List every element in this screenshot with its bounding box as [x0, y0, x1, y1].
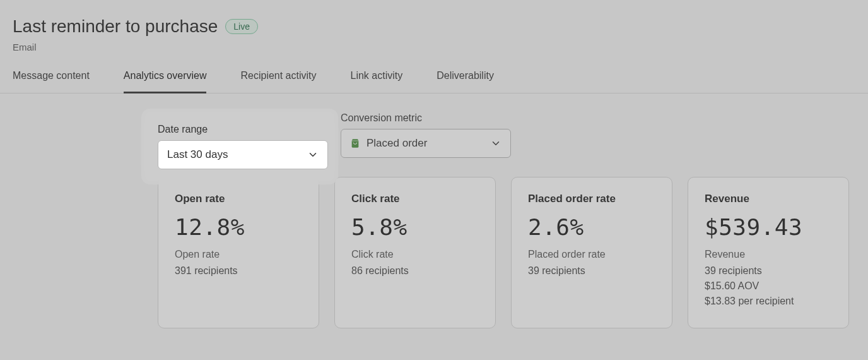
card-revenue: Revenue $539.43 Revenue 39 recipients $1… [688, 177, 849, 328]
card-line: 391 recipients [175, 265, 302, 277]
conversion-metric-value: Placed order [367, 137, 427, 150]
conversion-metric-label: Conversion metric [341, 112, 511, 124]
highlighted-filter: Date range Last 30 days [158, 124, 328, 169]
card-value: 5.8% [351, 214, 479, 240]
metric-cards: Open rate 12.8% Open rate 391 recipients… [0, 158, 868, 328]
card-sub: Placed order rate [528, 249, 655, 260]
card-sub: Click rate [351, 249, 479, 260]
filters-row: Date range Last 30 days Conversion metri… [0, 93, 868, 158]
card-open-rate: Open rate 12.8% Open rate 391 recipients [158, 177, 319, 328]
card-sub: Revenue [705, 249, 832, 260]
card-click-rate: Click rate 5.8% Click rate 86 recipients [334, 177, 496, 328]
card-sub: Open rate [175, 249, 302, 260]
date-range-value: Last 30 days [167, 148, 228, 161]
card-value: 12.8% [175, 214, 302, 240]
card-line: 39 recipients [705, 265, 832, 277]
card-title: Open rate [175, 193, 302, 205]
filter-conversion-metric: Conversion metric Placed order [341, 112, 511, 158]
card-value: 2.6% [528, 214, 655, 240]
tab-analytics-overview[interactable]: Analytics overview [124, 70, 207, 93]
card-title: Revenue [705, 193, 832, 205]
card-title: Click rate [351, 193, 479, 205]
chevron-down-icon [490, 138, 501, 149]
card-title: Placed order rate [528, 193, 655, 205]
card-line: 86 recipients [351, 265, 479, 277]
page-header: Last reminder to purchase Live Email [0, 0, 868, 52]
page-title: Last reminder to purchase [13, 16, 218, 37]
status-badge: Live [225, 19, 258, 34]
tabs: Message content Analytics overview Recip… [0, 70, 868, 93]
date-range-select[interactable]: Last 30 days [158, 140, 328, 169]
tab-message-content[interactable]: Message content [13, 70, 90, 93]
date-range-label: Date range [158, 124, 328, 135]
card-line: 39 recipients [528, 265, 655, 277]
page-subtitle: Email [13, 42, 855, 52]
date-range-label: Date range [158, 112, 328, 124]
tab-deliverability[interactable]: Deliverability [437, 70, 494, 93]
shopping-bag-icon [350, 138, 360, 149]
chevron-down-icon [307, 149, 319, 160]
card-line: $13.83 per recipient [705, 296, 832, 307]
card-line: $15.60 AOV [705, 280, 832, 292]
tab-recipient-activity[interactable]: Recipient activity [240, 70, 316, 93]
tab-link-activity[interactable]: Link activity [351, 70, 403, 93]
conversion-metric-select[interactable]: Placed order [341, 129, 511, 158]
card-placed-order-rate: Placed order rate 2.6% Placed order rate… [511, 177, 672, 328]
card-value: $539.43 [705, 214, 832, 240]
